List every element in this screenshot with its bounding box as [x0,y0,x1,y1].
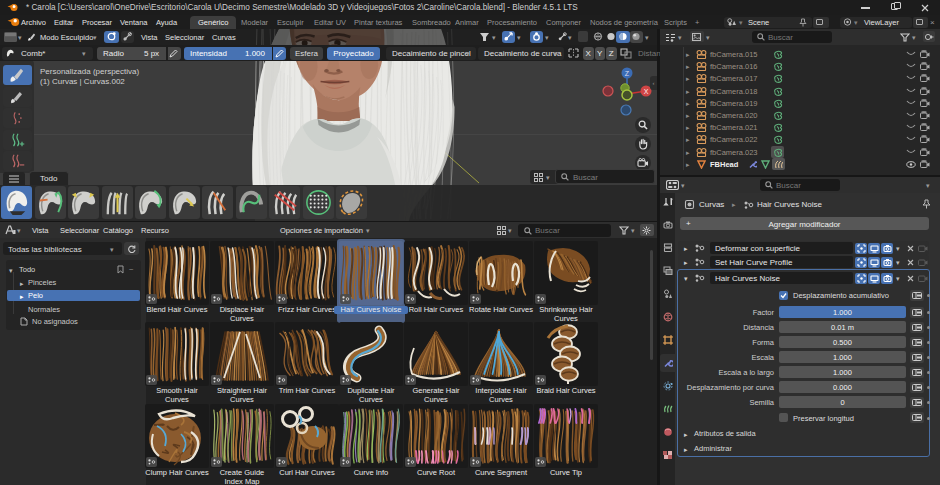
svg-text:Z: Z [625,70,630,77]
svg-text:X: X [644,88,649,95]
